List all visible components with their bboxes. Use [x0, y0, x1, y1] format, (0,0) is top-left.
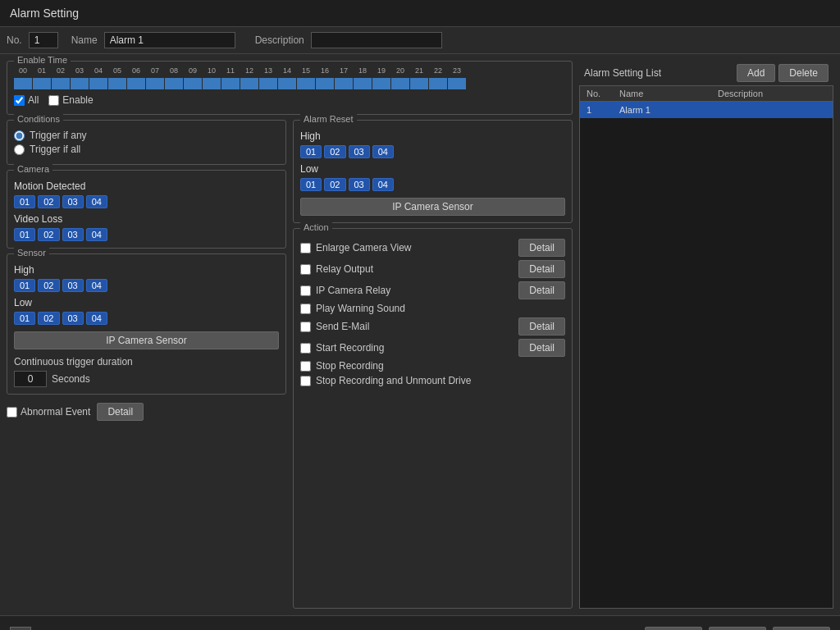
start-rec-checkbox[interactable]	[300, 343, 311, 354]
sensor-high-buttons: 01 02 03 04	[14, 279, 279, 292]
hour-cell-21[interactable]	[410, 78, 428, 89]
slow-btn-04[interactable]: 04	[86, 312, 107, 325]
ok-button[interactable]: OK	[645, 627, 702, 631]
hour-cell-18[interactable]	[354, 78, 372, 89]
add-button[interactable]: Add	[737, 64, 775, 82]
all-checkbox[interactable]	[14, 95, 25, 106]
vloss-btn-02[interactable]: 02	[38, 228, 59, 241]
ipcam-relay-checkbox[interactable]	[300, 285, 311, 296]
hour-cell-9[interactable]	[184, 78, 202, 89]
main-container: Enable Time 00 01 02 03 04 05 06 07 08 0…	[0, 54, 840, 615]
shigh-btn-02[interactable]: 02	[38, 279, 59, 292]
hour-cell-12[interactable]	[240, 78, 258, 89]
ipcam-relay-detail-btn[interactable]: Detail	[518, 281, 565, 299]
all-checkbox-label[interactable]: All	[14, 94, 39, 106]
abnormal-detail-btn[interactable]: Detail	[97, 403, 144, 421]
enable-checkbox[interactable]	[48, 95, 59, 106]
relay-checkbox[interactable]	[300, 264, 311, 275]
hour-bar[interactable]	[14, 78, 565, 89]
hour-cell-3[interactable]	[71, 78, 89, 89]
hour-cell-5[interactable]	[108, 78, 126, 89]
motion-detected-label: Motion Detected	[14, 180, 279, 192]
shigh-btn-01[interactable]: 01	[14, 279, 35, 292]
relay-detail-btn[interactable]: Detail	[518, 260, 565, 278]
continuous-label: Continuous trigger duration	[14, 356, 133, 368]
reset-high-label: High	[300, 130, 565, 142]
trigger-all-label: Trigger if all	[30, 144, 80, 155]
vloss-btn-03[interactable]: 03	[62, 228, 84, 241]
shigh-btn-03[interactable]: 03	[62, 279, 84, 292]
trigger-all-radio[interactable]	[14, 144, 25, 155]
rhigh-btn-02[interactable]: 02	[324, 145, 345, 158]
cancel-button[interactable]: Cancel	[709, 627, 766, 631]
rlow-btn-04[interactable]: 04	[372, 178, 394, 191]
table-row[interactable]: 1 Alarm 1	[580, 102, 833, 118]
shigh-btn-04[interactable]: 04	[86, 279, 107, 292]
stop-unmount-checkbox[interactable]	[300, 376, 311, 386]
hour-cell-22[interactable]	[429, 78, 447, 89]
vloss-btn-04[interactable]: 04	[86, 228, 107, 241]
enlarge-detail-btn[interactable]: Detail	[518, 239, 565, 257]
hour-cell-11[interactable]	[221, 78, 240, 89]
slow-btn-02[interactable]: 02	[38, 312, 59, 325]
motion-btn-01[interactable]: 01	[14, 195, 35, 208]
motion-btn-02[interactable]: 02	[38, 195, 59, 208]
slow-btn-01[interactable]: 01	[14, 312, 35, 325]
abnormal-checkbox[interactable]	[7, 407, 17, 418]
rlow-btn-01[interactable]: 01	[300, 178, 322, 191]
email-checkbox[interactable]	[300, 322, 311, 332]
left-panel: Enable Time 00 01 02 03 04 05 06 07 08 0…	[7, 61, 573, 609]
grid-icon-button[interactable]: ⊞	[10, 627, 31, 631]
hour-cell-10[interactable]	[203, 78, 221, 89]
trigger-any-radio[interactable]	[14, 130, 25, 141]
hour-cell-20[interactable]	[391, 78, 409, 89]
sensor-ip-camera-btn[interactable]: IP Camera Sensor	[14, 331, 279, 349]
stop-rec-checkbox[interactable]	[300, 361, 311, 372]
seconds-input[interactable]	[14, 371, 47, 387]
hour-cell-17[interactable]	[335, 78, 353, 89]
abnormal-label[interactable]: Abnormal Event	[7, 406, 90, 418]
enlarge-checkbox[interactable]	[300, 243, 311, 253]
hour-cell-7[interactable]	[146, 78, 164, 89]
no-input[interactable]	[29, 32, 58, 48]
hour-cell-4[interactable]	[89, 78, 107, 89]
motion-btn-03[interactable]: 03	[62, 195, 84, 208]
hour-cell-1[interactable]	[33, 78, 51, 89]
rlow-btn-02[interactable]: 02	[324, 178, 345, 191]
hour-cell-19[interactable]	[372, 78, 390, 89]
delete-button[interactable]: Delete	[778, 64, 829, 82]
hour-cell-23[interactable]	[448, 78, 466, 89]
rlow-btn-03[interactable]: 03	[349, 178, 370, 191]
default-button[interactable]: Default	[773, 627, 830, 631]
email-detail-btn[interactable]: Detail	[518, 317, 565, 336]
hour-cell-15[interactable]	[297, 78, 315, 89]
action-relay-row: Relay Output Detail	[300, 260, 565, 278]
trigger-all-row: Trigger if all	[14, 144, 279, 155]
hour-cell-0[interactable]	[14, 78, 32, 89]
col-desc: Description	[711, 89, 833, 98]
rhigh-btn-01[interactable]: 01	[300, 145, 322, 158]
hour-cell-8[interactable]	[165, 78, 183, 89]
hour-cell-6[interactable]	[127, 78, 145, 89]
desc-input[interactable]	[311, 32, 442, 48]
hour-cell-13[interactable]	[259, 78, 277, 89]
reset-ip-camera-btn[interactable]: IP Camera Sensor	[300, 198, 565, 216]
enable-checkbox-label[interactable]: Enable	[48, 94, 93, 106]
hour-cell-16[interactable]	[316, 78, 334, 89]
motion-btn-04[interactable]: 04	[86, 195, 107, 208]
vloss-btn-01[interactable]: 01	[14, 228, 35, 241]
hour-cell-2[interactable]	[52, 78, 70, 89]
action-ipcam-relay-row: IP Camera Relay Detail	[300, 281, 565, 299]
slow-btn-03[interactable]: 03	[62, 312, 84, 325]
hour-cell-14[interactable]	[278, 78, 296, 89]
sensor-low-label: Low	[14, 297, 279, 308]
warning-sound-label: Play Warning Sound	[316, 303, 405, 314]
name-input[interactable]	[104, 32, 235, 48]
sensor-label: Sensor	[14, 248, 49, 258]
rhigh-btn-04[interactable]: 04	[372, 145, 394, 158]
action-stop-unmount-row: Stop Recording and Unmount Drive	[300, 375, 565, 386]
rhigh-btn-03[interactable]: 03	[349, 145, 370, 158]
start-rec-detail-btn[interactable]: Detail	[518, 339, 565, 357]
name-label: Name	[71, 34, 98, 46]
warning-sound-checkbox[interactable]	[300, 304, 311, 314]
